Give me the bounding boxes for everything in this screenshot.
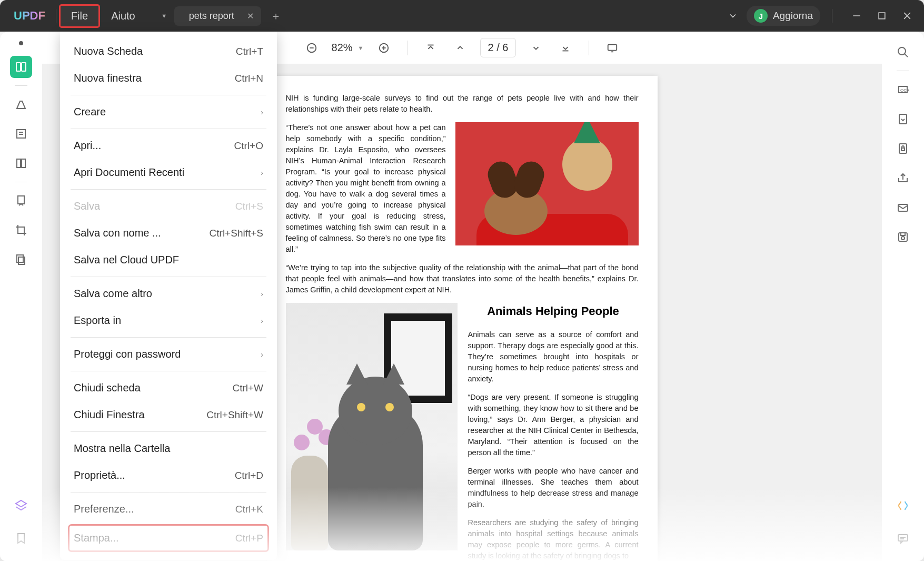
chevron-right-icon: › (261, 317, 263, 325)
menu-item-print[interactable]: Stampa...Ctrl+P (68, 525, 269, 552)
menu-item-open-recent[interactable]: Apri Documenti Recenti› (60, 159, 277, 186)
separator (56, 9, 56, 23)
svg-line-25 (905, 54, 908, 57)
svg-rect-4 (16, 63, 21, 71)
separator (71, 337, 266, 338)
reader-mode-icon[interactable] (10, 56, 32, 78)
crop-icon[interactable] (10, 219, 32, 241)
next-page-icon[interactable] (526, 38, 545, 57)
menu-item-open[interactable]: Apri...Ctrl+O (60, 132, 277, 159)
separator (15, 182, 27, 182)
pdf-page: NIH is funding large-scale surveys to fi… (267, 76, 658, 561)
convert-icon[interactable] (892, 108, 914, 130)
chevron-right-icon: › (261, 350, 263, 359)
svg-rect-10 (22, 159, 25, 168)
menu-item-export[interactable]: Esporta in› (60, 307, 277, 334)
zoom-out-icon[interactable] (302, 38, 321, 57)
menu-file[interactable]: File (59, 5, 100, 27)
dogs-image (455, 122, 639, 245)
separator (71, 371, 266, 371)
tabbar: ▼ pets report ✕ ＋ (156, 6, 285, 26)
menu-item-new-window[interactable]: Nuova finestraCtrl+N (60, 65, 277, 92)
svg-rect-11 (18, 196, 24, 204)
chevron-right-icon: › (261, 290, 263, 298)
right-toolbar: OCR (882, 32, 924, 561)
user-avatar: J (754, 9, 768, 23)
edit-text-icon[interactable] (10, 123, 32, 145)
svg-rect-30 (901, 148, 905, 151)
svg-point-24 (898, 47, 906, 55)
page-thumbs-icon[interactable] (10, 152, 32, 174)
tab-list-dropdown[interactable]: ▼ (156, 7, 172, 24)
svg-rect-32 (898, 204, 908, 211)
menu-item-save-cloud[interactable]: Salva nel Cloud UPDF (60, 247, 277, 273)
paragraph: Animals can serve as a source of comfort… (468, 329, 639, 385)
cat-image (286, 303, 458, 550)
comment-icon[interactable] (892, 527, 914, 549)
copy-pages-icon[interactable] (10, 249, 32, 271)
app-logo: UPDF (6, 9, 53, 23)
document-tab[interactable]: pets report ✕ (174, 6, 261, 26)
menu-item-show-folder[interactable]: Mostra nella Cartella (60, 435, 277, 462)
separator (71, 277, 266, 277)
new-tab-button[interactable]: ＋ (266, 6, 285, 25)
menu-help[interactable]: Aiuto (100, 5, 147, 27)
close-tab-icon[interactable]: ✕ (247, 11, 254, 21)
menu-item-close-tab[interactable]: Chiudi schedaCtrl+W (60, 375, 277, 401)
svg-rect-13 (17, 255, 23, 262)
menu-item-protect[interactable]: Proteggi con password› (60, 341, 277, 368)
menu-item-create[interactable]: Creare› (60, 99, 277, 125)
separator (407, 41, 408, 55)
section-heading: Animals Helping People (468, 303, 639, 320)
layers-icon[interactable] (10, 495, 32, 517)
last-page-icon[interactable] (556, 38, 575, 57)
organize-icon[interactable] (10, 190, 32, 212)
menu-item-save-other[interactable]: Salva come altro› (60, 280, 277, 307)
paragraph: “Dogs are very present. If someone is st… (468, 392, 639, 458)
menu-item-close-window[interactable]: Chiudi FinestraCtrl+Shift+W (60, 401, 277, 428)
separator (832, 9, 832, 23)
paragraph: “There’s not one answer about how a pet … (286, 122, 446, 255)
share-icon[interactable] (892, 167, 914, 189)
separator (15, 85, 27, 86)
separator (71, 431, 266, 432)
maximize-icon[interactable] (877, 11, 887, 21)
zoom-level[interactable]: 82% ▼ (332, 42, 364, 54)
chevron-down-icon[interactable] (728, 11, 738, 21)
svg-marker-14 (16, 500, 26, 507)
close-icon[interactable] (902, 11, 912, 21)
zoom-in-icon[interactable] (374, 38, 393, 57)
prev-page-icon[interactable] (451, 38, 470, 57)
presentation-icon[interactable] (603, 38, 622, 57)
separator (589, 41, 589, 55)
svg-text:OCR: OCR (900, 88, 909, 93)
paragraph: NIH is funding large-scale surveys to fi… (286, 93, 639, 115)
paragraph: Researchers are studying the safety of b… (468, 517, 639, 561)
menu-item-save-as[interactable]: Salva con nome ...Ctrl+Shift+S (60, 220, 277, 247)
first-page-icon[interactable] (421, 38, 440, 57)
svg-rect-28 (899, 114, 907, 124)
email-icon[interactable] (892, 196, 914, 219)
ai-icon[interactable] (892, 495, 914, 517)
highlight-icon[interactable] (10, 93, 32, 115)
ocr-icon[interactable]: OCR (892, 78, 914, 101)
search-icon[interactable] (892, 41, 914, 63)
chevron-right-icon: › (261, 169, 263, 177)
minimize-icon[interactable] (851, 11, 862, 21)
svg-rect-9 (17, 159, 21, 168)
menu-item-properties[interactable]: Proprietà...Ctrl+D (60, 462, 277, 489)
bookmark-icon[interactable] (10, 527, 32, 549)
menu-item-new-tab[interactable]: Nuova SchedaCtrl+T (60, 38, 277, 65)
upgrade-button[interactable]: J Aggiorna (747, 6, 820, 26)
titlebar: UPDF File Aiuto ▼ pets report ✕ ＋ J Aggi… (0, 0, 924, 32)
menu-item-preferences[interactable]: Preferenze...Ctrl+K (60, 496, 277, 523)
file-menu: Nuova SchedaCtrl+T Nuova finestraCtrl+N … (60, 32, 277, 560)
svg-rect-12 (18, 257, 25, 264)
protect-icon[interactable] (892, 137, 914, 160)
upgrade-label: Aggiorna (773, 10, 813, 22)
save-disk-icon[interactable] (892, 226, 914, 248)
tab-title: pets report (189, 11, 234, 22)
chevron-right-icon: › (261, 108, 263, 116)
dot-icon (19, 41, 23, 45)
page-indicator[interactable]: 2 / 6 (480, 38, 516, 57)
